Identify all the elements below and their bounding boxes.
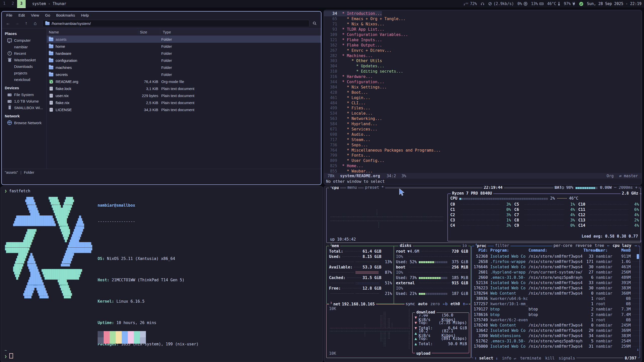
sidebar-item[interactable]: SMALLBOX Wi...: [2, 104, 47, 111]
sidebar-item[interactable]: Downloads: [2, 63, 47, 70]
preset-button[interactable]: preset *: [364, 186, 385, 190]
process-row[interactable]: 176000 Isolated Web Co /nix/store/sm8fmr…: [473, 344, 638, 349]
sidebar-item[interactable]: 1,0 TB Volume: [2, 98, 47, 104]
net-sync-button[interactable]: sync: [406, 302, 415, 306]
git-branch[interactable]: ⇄ master: [619, 174, 638, 178]
up-button[interactable]: ↑: [22, 20, 30, 27]
process-row[interactable]: 176646 Isolated Web Co /nix/store/sm8fmr…: [473, 264, 638, 269]
temperature-module[interactable]: 46°C: [547, 2, 560, 6]
proc-box-tab[interactable]: 4proc: [474, 243, 488, 248]
file-row[interactable]: hardware Folder: [47, 50, 321, 57]
process-row[interactable]: 51762 .emacs-31.0.50- /nix/store/wnqz5pa…: [473, 339, 638, 344]
io-mode-button[interactable]: io: [461, 243, 468, 248]
disks-label[interactable]: disks: [398, 243, 413, 248]
net-auto-button[interactable]: auto: [418, 302, 427, 306]
menu-item[interactable]: View: [28, 13, 42, 18]
file-row[interactable]: assets Folder: [47, 36, 321, 43]
process-row[interactable]: 179127 btop btop 2 nambiar 7.3M 0.0: [473, 307, 638, 312]
proc-kill-button[interactable]: kill: [545, 356, 554, 360]
buffer-name[interactable]: system/README.org: [340, 174, 380, 178]
sidebar-item[interactable]: nambiar: [2, 43, 47, 50]
proc-filter-button[interactable]: filter: [494, 243, 510, 248]
process-row[interactable]: 177257 kworker/10:1-mm_ 1 root 0B 0.0: [473, 301, 638, 307]
process-row[interactable]: 178616 btop btop 2 nambiar 7.4M 0.0: [473, 312, 638, 317]
proc-terminate-button[interactable]: terminate: [520, 356, 541, 360]
terminal-window[interactable]: ❯ fastfetch ▗▄▄▄ ▗▄▄▄▄ ▄▄▄▖ ▜███▙ ▜███▙ …: [1, 186, 323, 362]
updates-module[interactable]: [579, 2, 583, 6]
process-row[interactable]: 3390 WebExtensions /nix/store/sm8fmrf3wp…: [473, 333, 638, 338]
process-row[interactable]: 175749 kworker/6:2-even 1 root 0B 0.0: [473, 317, 638, 323]
sidebar-item[interactable]: nextcloud: [2, 76, 47, 83]
file-row[interactable]: machines Folder: [47, 64, 321, 71]
sidebar-item[interactable]: Computer: [2, 37, 47, 43]
file-row[interactable]: secrets Folder: [47, 71, 321, 78]
back-button[interactable]: ←: [4, 20, 12, 27]
sidebar-item[interactable]: Recent: [2, 50, 47, 57]
menu-item[interactable]: Bookmarks: [54, 13, 77, 18]
emacs-buffer[interactable]: 34 * Introduction... 65 * Emacs + Org + …: [324, 10, 641, 173]
menu-item[interactable]: Go: [43, 13, 53, 18]
process-row[interactable]: 2660 .emacs-31.0.50- /nix/store/wnqz5pa8…: [473, 275, 638, 280]
scroll-down-indicator[interactable]: ↓: [637, 347, 639, 352]
menu-button[interactable]: menu: [346, 186, 358, 190]
process-row[interactable]: 176223 Isolated Web Co /nix/store/sm8fmr…: [473, 286, 638, 291]
sidebar-item[interactable]: projects: [2, 70, 47, 76]
process-row[interactable]: 52368 Isolated Web Co /nix/store/sm8fmrf…: [473, 254, 638, 259]
header-user[interactable]: User:: [593, 248, 618, 253]
net-iface-next[interactable]: n→: [463, 302, 468, 306]
file-row[interactable]: flake.nix 2,5 KiB Plain text document: [47, 99, 321, 106]
column-type[interactable]: Type: [160, 30, 171, 34]
memory-module[interactable]: 13%: [531, 2, 544, 6]
forward-button[interactable]: →: [13, 20, 21, 27]
net-zero-button[interactable]: zero: [430, 302, 440, 306]
header-program[interactable]: Program:: [488, 248, 529, 253]
process-row[interactable]: 52134 Isolated Web Co /nix/store/sm8fmrf…: [473, 280, 638, 285]
file-row[interactable]: README.org 76,4 KiB Org-mode file: [47, 78, 321, 85]
search-button[interactable]: [311, 20, 318, 27]
file-row[interactable]: flake.lock 3,1 KiB Plain text document: [47, 85, 321, 92]
header-threads[interactable]: Threads:: [583, 248, 593, 253]
proc-sort-next[interactable]: →: [634, 243, 637, 248]
proc-select-hint[interactable]: ↑ select ↓: [474, 356, 498, 360]
network-module[interactable]: (2.9kb/s): [488, 2, 514, 6]
file-row[interactable]: configuration Folder: [47, 57, 321, 64]
sidebar-item[interactable]: File System: [2, 91, 47, 98]
mem-box-tab[interactable]: 2mem: [329, 243, 340, 248]
process-row[interactable]: 2658 .firefox-wrappe /nix/store/sm8fmrf3…: [473, 259, 638, 264]
process-row[interactable]: 13642 Isolated Web Co /nix/store/sm8fmrf…: [473, 328, 638, 333]
menu-item[interactable]: File: [4, 13, 15, 18]
path-bar[interactable]: /home/nambiar/system/: [43, 20, 309, 27]
process-row[interactable]: 178248 Web Content /nix/store/sm8fmrf3wp…: [473, 323, 638, 328]
clock-module[interactable]: Sun, 28 Sep 2025 - 22:19: [587, 2, 641, 6]
update-interval[interactable]: ─ 2000ms +: [614, 186, 637, 190]
file-row[interactable]: LICENSE 34,3 KiB Plain text document: [47, 106, 321, 113]
major-mode[interactable]: Org: [607, 174, 614, 178]
process-row[interactable]: 178294 Web Content /nix/store/sm8fmrf3wp…: [473, 291, 638, 296]
workspace-button[interactable]: 3: [17, 0, 26, 8]
column-name[interactable]: Name: [47, 30, 138, 34]
workspace-button[interactable]: 2: [9, 0, 17, 7]
menu-item[interactable]: Edit: [16, 13, 27, 18]
net-box-tab[interactable]: 3net192.168.10.165: [329, 302, 376, 306]
header-command[interactable]: Command:: [529, 248, 583, 253]
gpu-module[interactable]: 0%: [517, 2, 528, 6]
shell-new-prompt[interactable]: ~ ❯: [5, 348, 13, 359]
process-row[interactable]: 38936 kworker/u64:6-kc 1 root 0B 0.0: [473, 296, 638, 301]
net-iface-prev[interactable]: ←b: [443, 302, 448, 306]
proc-reverse-toggle[interactable]: reverse: [575, 243, 592, 248]
sidebar-item[interactable]: Browse Network: [2, 119, 47, 126]
battery-module[interactable]: 97%: [564, 2, 576, 6]
idle-module[interactable]: zzz72%: [464, 2, 477, 6]
cpu-box-tab[interactable]: 1cpu: [329, 186, 340, 190]
workspace-button[interactable]: 1: [0, 0, 9, 7]
sidebar-item[interactable]: Wastebasket: [2, 57, 47, 63]
proc-signals-button[interactable]: signals: [559, 356, 575, 360]
home-button[interactable]: ⌂: [31, 20, 39, 27]
proc-sort-prev[interactable]: ←: [607, 243, 610, 248]
menu-item[interactable]: Help: [78, 13, 91, 18]
proc-tree-toggle[interactable]: tree: [595, 243, 604, 248]
process-row[interactable]: 2601 .Hyprland-wrapp /run/current-system…: [473, 269, 638, 275]
header-pid[interactable]: Pid:: [473, 248, 488, 253]
proc-scrollbar-thumb[interactable]: [637, 254, 639, 259]
proc-percore-toggle[interactable]: per-core: [553, 243, 572, 248]
